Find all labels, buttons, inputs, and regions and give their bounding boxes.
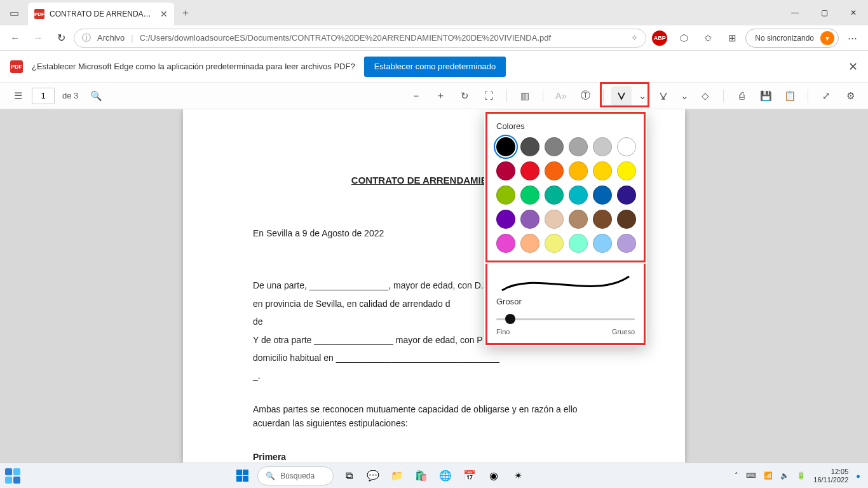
color-swatch[interactable] (593, 186, 612, 205)
fit-page-button[interactable]: ⛶ (478, 86, 499, 106)
file-explorer-icon[interactable]: 📁 (388, 467, 406, 485)
color-swatch[interactable] (496, 137, 515, 156)
sync-label: No sincronizando (755, 34, 814, 43)
notifications-icon[interactable]: ● (856, 472, 860, 480)
color-swatch[interactable] (593, 161, 612, 180)
erase-button[interactable]: ◇ (695, 86, 715, 106)
new-tab-button[interactable]: ＋ (174, 0, 197, 25)
edge-icon[interactable]: 🌐 (437, 467, 454, 485)
draw-options-dropdown[interactable]: ⌄ (635, 86, 649, 106)
para-3: Ambas partes se reconocen mutuamente cap… (253, 402, 615, 431)
reader-mode-icon[interactable]: ✧ (631, 33, 638, 43)
calendar-icon[interactable]: 📅 (461, 467, 478, 485)
window-minimize-button[interactable]: ― (780, 0, 810, 25)
collections-button[interactable]: ⊞ (721, 28, 743, 48)
set-default-button[interactable]: Establecer como predeterminado (364, 57, 506, 77)
print-button[interactable]: ⎙ (731, 86, 752, 106)
thickness-slider[interactable] (496, 313, 635, 325)
task-view-button[interactable]: ⧉ (340, 467, 358, 485)
color-swatch[interactable] (520, 210, 539, 229)
color-swatch[interactable] (617, 234, 636, 253)
color-swatch[interactable] (545, 210, 564, 229)
draw-button[interactable] (611, 86, 632, 106)
abp-extension-icon[interactable]: ABP (649, 28, 670, 48)
chat-icon[interactable]: 💬 (364, 467, 382, 485)
wifi-icon[interactable]: 📶 (764, 471, 773, 480)
tab-close-button[interactable]: ✕ (160, 9, 168, 19)
store-icon[interactable]: 🛍️ (412, 467, 430, 485)
save-button[interactable]: 💾 (756, 86, 776, 106)
read-aloud-button[interactable]: A» (551, 86, 571, 106)
color-swatch[interactable] (545, 234, 564, 253)
slider-thumb[interactable] (505, 314, 515, 324)
chrome-icon[interactable]: ◉ (485, 467, 503, 485)
save-as-button[interactable]: 📋 (780, 86, 800, 106)
color-swatch[interactable] (520, 234, 539, 253)
page-view-button[interactable]: ▥ (515, 86, 535, 106)
pdf-settings-button[interactable]: ⚙ (840, 86, 860, 106)
color-swatch[interactable] (617, 186, 636, 205)
color-swatch[interactable] (545, 161, 564, 180)
color-swatch[interactable] (593, 137, 612, 156)
keyboard-icon[interactable]: ⌨ (746, 471, 756, 480)
color-swatch[interactable] (496, 210, 515, 229)
favorites-button[interactable]: ✩ (697, 28, 719, 48)
thickness-preview (496, 271, 635, 297)
tray-chevron-icon[interactable]: ˄ (735, 471, 738, 480)
color-swatch[interactable] (617, 210, 636, 229)
rotate-button[interactable]: ↻ (454, 86, 475, 106)
color-swatch[interactable] (617, 161, 636, 180)
window-close-button[interactable]: ✕ (839, 0, 868, 25)
url-separator: | (131, 33, 133, 43)
fullscreen-button[interactable]: ⤢ (816, 86, 836, 106)
contents-button[interactable]: ☰ (8, 86, 28, 106)
widgets-button[interactable] (0, 468, 25, 484)
color-swatch[interactable] (520, 161, 539, 180)
browser-tab[interactable]: PDF CONTRATO DE ARRENDAMIENTO ✕ (28, 3, 174, 25)
infobar-close-button[interactable]: ✕ (848, 60, 858, 74)
start-button[interactable] (233, 467, 251, 485)
color-swatch[interactable] (545, 186, 564, 205)
color-swatch[interactable] (617, 137, 636, 156)
settings-menu-button[interactable]: ⋯ (841, 28, 863, 48)
color-swatch[interactable] (569, 186, 588, 205)
add-text-button[interactable]: Ⓣ (575, 86, 595, 106)
default-pdf-infobar: PDF ¿Establecer Microsoft Edge como la a… (0, 51, 868, 83)
back-button[interactable]: ← (5, 28, 25, 48)
color-swatch[interactable] (520, 186, 539, 205)
tab-actions-button[interactable]: ▭ (0, 0, 28, 25)
find-button[interactable]: 🔍 (86, 86, 106, 106)
color-swatch[interactable] (569, 234, 588, 253)
page-number-input[interactable] (32, 88, 55, 104)
color-swatch[interactable] (569, 210, 588, 229)
color-swatch[interactable] (569, 137, 588, 156)
color-swatch[interactable] (496, 186, 515, 205)
highlight-options-dropdown[interactable]: ⌄ (677, 86, 691, 106)
forward-button[interactable]: → (28, 28, 48, 48)
window-titlebar: ▭ PDF CONTRATO DE ARRENDAMIENTO ✕ ＋ ― ▢ … (0, 0, 868, 25)
color-swatch[interactable] (496, 234, 515, 253)
color-swatch[interactable] (520, 137, 539, 156)
color-swatch[interactable] (569, 161, 588, 180)
zoom-in-button[interactable]: ＋ (430, 86, 451, 106)
window-maximize-button[interactable]: ▢ (810, 0, 839, 25)
battery-icon[interactable]: 🔋 (797, 471, 806, 480)
clock[interactable]: 12:05 16/11/2022 (813, 468, 848, 484)
app-icon[interactable]: ✴ (509, 467, 527, 485)
para-2b: domicilio habitual en __________________… (253, 351, 615, 365)
refresh-button[interactable]: ↻ (51, 28, 71, 48)
taskbar-search[interactable]: 🔍 Búsqueda (257, 466, 334, 485)
color-swatch[interactable] (593, 234, 612, 253)
taskbar: 🔍 Búsqueda ⧉ 💬 📁 🛍️ 🌐 📅 ◉ ✴ ˄ ⌨ 📶 🔈 🔋 12… (0, 463, 868, 488)
omnibox[interactable]: ⓘ Archivo | C:/Users/downloadsourceES/Do… (74, 29, 646, 48)
color-swatch[interactable] (593, 210, 612, 229)
pdf-viewport[interactable]: CONTRATO DE ARRENDAMIENTO D En Sevilla a… (0, 109, 868, 463)
zoom-out-button[interactable]: − (406, 86, 426, 106)
color-swatch[interactable] (545, 137, 564, 156)
highlight-button[interactable] (653, 86, 674, 106)
volume-icon[interactable]: 🔈 (780, 471, 789, 480)
profile-sync-button[interactable]: No sincronizando ▾ (745, 29, 839, 48)
color-swatch[interactable] (496, 161, 515, 180)
address-bar: ← → ↻ ⓘ Archivo | C:/Users/downloadsourc… (0, 25, 868, 51)
extensions-button[interactable]: ⬡ (673, 28, 695, 48)
